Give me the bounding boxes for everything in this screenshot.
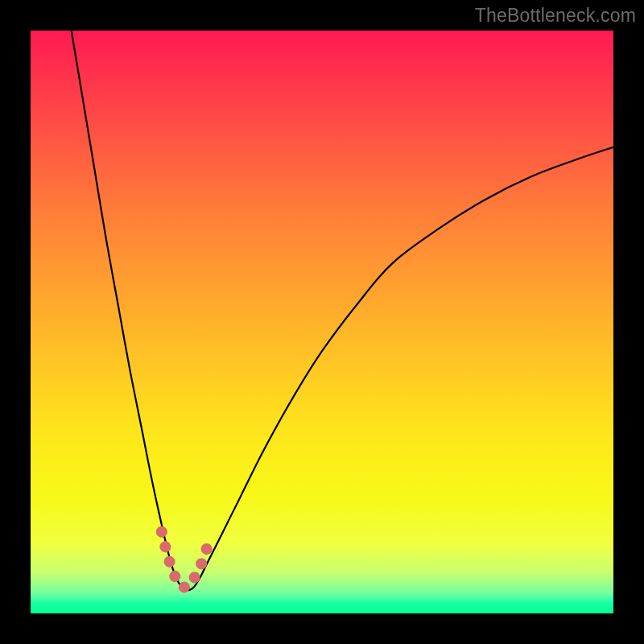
chart-frame: TheBottleneck.com [0, 0, 644, 644]
watermark-text: TheBottleneck.com [475, 5, 636, 27]
plot-area [31, 31, 613, 613]
bottleneck-curve [72, 31, 613, 590]
highlight-segment [162, 532, 208, 588]
curve-svg [31, 31, 613, 613]
